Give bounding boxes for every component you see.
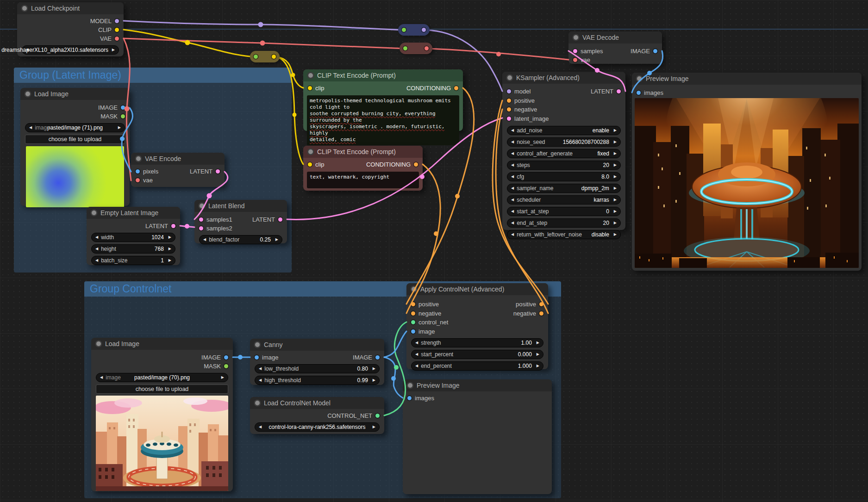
output-slot-latent[interactable] xyxy=(171,224,175,228)
output-slot-negative[interactable] xyxy=(539,311,543,316)
decrement-arrow[interactable]: ◀ xyxy=(415,364,418,368)
input-slot-vae[interactable] xyxy=(136,178,140,182)
increment-arrow[interactable]: ▶ xyxy=(614,163,617,167)
node-load-checkpoint[interactable]: Load Checkpoint MODEL CLIP VAE ◀ dreamsh… xyxy=(17,2,124,56)
output-slot-latent[interactable] xyxy=(278,217,282,222)
input-slot-image[interactable] xyxy=(255,355,259,359)
increment-arrow[interactable]: ▶ xyxy=(614,221,617,225)
node-titlebar[interactable]: Load ControlNet Model xyxy=(250,397,384,409)
increment-arrow[interactable]: ▶ xyxy=(537,364,539,368)
input-slot-samples1[interactable] xyxy=(199,217,203,222)
scheduler-widget[interactable]: ◀schedulerkarras▶ xyxy=(507,195,621,205)
node-load-image-controlnet[interactable]: Load Image IMAGE MASK ◀ image pasted/ima… xyxy=(91,338,233,491)
input-slot-clip[interactable] xyxy=(308,86,312,90)
collapse-icon[interactable] xyxy=(574,35,578,40)
prompt-textarea[interactable]: text, watermark, copyright xyxy=(307,172,419,188)
input-slot-model[interactable] xyxy=(507,89,511,93)
node-titlebar[interactable]: Load Image xyxy=(20,88,130,100)
collapse-icon[interactable] xyxy=(507,75,512,80)
noise-seed-widget[interactable]: ◀noise_seed156680208700288▶ xyxy=(507,137,621,147)
start-at-step-widget[interactable]: ◀start_at_step0▶ xyxy=(507,207,621,216)
start-percent-widget[interactable]: ◀ start_percent 0.000 ▶ xyxy=(411,350,543,359)
collapse-icon[interactable] xyxy=(25,92,30,96)
choose-file-button[interactable]: choose file to upload xyxy=(25,135,125,144)
output-slot-mask[interactable] xyxy=(224,364,228,368)
node-vae-encode[interactable]: VAE Encode pixels LATENT vae xyxy=(131,153,225,187)
combo-right-arrow[interactable]: ▶ xyxy=(112,48,115,52)
input-slot-clip[interactable] xyxy=(308,162,312,167)
input-slot-samples2[interactable] xyxy=(199,226,203,230)
node-titlebar[interactable]: KSampler (Advanced) xyxy=(502,72,625,84)
combo-left-arrow[interactable]: ◀ xyxy=(259,425,262,429)
decrement-arrow[interactable]: ◀ xyxy=(95,259,98,262)
input-slot-positive[interactable] xyxy=(411,302,415,306)
output-slot-image[interactable] xyxy=(375,355,380,359)
combo-right-arrow[interactable]: ▶ xyxy=(221,376,224,379)
increment-arrow[interactable]: ▶ xyxy=(614,152,617,155)
choose-file-button[interactable]: choose file to upload xyxy=(96,384,228,394)
decrement-arrow[interactable]: ◀ xyxy=(95,247,98,251)
input-slot-vae[interactable] xyxy=(573,58,577,62)
output-slot-conditioning[interactable] xyxy=(454,86,458,90)
output-slot-image[interactable] xyxy=(224,355,228,359)
increment-arrow[interactable]: ▶ xyxy=(169,259,171,262)
decrement-arrow[interactable]: ◀ xyxy=(415,353,418,356)
combo-right-arrow[interactable]: ▶ xyxy=(118,126,121,130)
increment-arrow[interactable]: ▶ xyxy=(614,210,617,213)
control-after-generate-widget[interactable]: ◀control_after_generatefixed▶ xyxy=(507,149,621,158)
decrement-arrow[interactable]: ◀ xyxy=(511,198,514,202)
input-slot-samples[interactable] xyxy=(573,49,577,53)
output-slot-clip[interactable] xyxy=(115,28,119,32)
decrement-arrow[interactable]: ◀ xyxy=(95,236,98,239)
node-clip-text-encode-positive[interactable]: CLIP Text Encode (Prompt) clip CONDITION… xyxy=(303,69,463,131)
combo-left-arrow[interactable]: ◀ xyxy=(26,48,29,52)
collapse-icon[interactable] xyxy=(96,341,101,346)
input-slot-control-net[interactable] xyxy=(411,320,415,324)
combo-right-arrow[interactable]: ▶ xyxy=(373,425,375,429)
output-slot-control-net[interactable] xyxy=(375,414,380,418)
blend-factor-widget[interactable]: ◀ blend_factor 0.25 ▶ xyxy=(199,235,282,244)
collapse-icon[interactable] xyxy=(255,401,260,405)
group-latent-image-header[interactable]: Group (Latent Image) xyxy=(14,68,292,83)
collapse-icon[interactable] xyxy=(412,287,416,291)
width-widget[interactable]: ◀ width 1024 ▶ xyxy=(91,233,175,242)
batch-size-widget[interactable]: ◀ batch_size 1 ▶ xyxy=(91,256,175,265)
collapse-icon[interactable] xyxy=(200,204,204,208)
decrement-arrow[interactable]: ◀ xyxy=(511,175,514,179)
output-slot-image[interactable] xyxy=(121,105,125,110)
node-preview-image-top[interactable]: Preview Image images xyxy=(632,73,862,271)
increment-arrow[interactable]: ▶ xyxy=(614,175,617,179)
height-widget[interactable]: ◀ height 768 ▶ xyxy=(91,244,175,254)
reroute-node-model[interactable] xyxy=(398,24,430,36)
node-titlebar[interactable]: Empty Latent Image xyxy=(87,207,180,219)
node-load-controlnet-model[interactable]: Load ControlNet Model CONTROL_NET ◀ cont… xyxy=(250,397,384,434)
low-threshold-widget[interactable]: ◀ low_threshold 0.80 ▶ xyxy=(255,364,380,373)
reroute-input-slot[interactable] xyxy=(254,55,258,59)
node-ksampler-advanced[interactable]: KSampler (Advanced) model LATENT positiv… xyxy=(502,72,625,230)
decrement-arrow[interactable]: ◀ xyxy=(415,341,418,345)
output-slot-latent[interactable] xyxy=(617,89,621,93)
input-slot-pixels[interactable] xyxy=(136,169,140,174)
end-at-step-widget[interactable]: ◀end_at_step20▶ xyxy=(507,218,621,228)
steps-widget[interactable]: ◀steps20▶ xyxy=(507,161,621,170)
increment-arrow[interactable]: ▶ xyxy=(614,129,617,132)
node-apply-controlnet-advanced[interactable]: Apply ControlNet (Advanced) positive pos… xyxy=(406,283,548,369)
reroute-input-slot[interactable] xyxy=(403,46,407,50)
decrement-arrow[interactable]: ◀ xyxy=(511,221,514,225)
input-slot-positive[interactable] xyxy=(507,99,511,103)
node-titlebar[interactable]: Preview Image xyxy=(403,379,552,391)
decrement-arrow[interactable]: ◀ xyxy=(511,140,514,144)
collapse-icon[interactable] xyxy=(408,383,412,388)
input-slot-negative[interactable] xyxy=(507,107,511,112)
node-titlebar[interactable]: Latent Blend xyxy=(194,200,287,212)
collapse-icon[interactable] xyxy=(255,342,260,347)
collapse-icon[interactable] xyxy=(22,6,27,11)
node-latent-blend[interactable]: Latent Blend samples1 LATENT samples2 ◀ … xyxy=(194,200,287,243)
reroute-output-slot-model[interactable] xyxy=(422,28,426,32)
sampler-name-widget[interactable]: ◀sampler_namedpmpp_2m▶ xyxy=(507,184,621,193)
increment-arrow[interactable]: ▶ xyxy=(169,236,171,239)
high-threshold-widget[interactable]: ◀ high_threshold 0.99 ▶ xyxy=(255,376,380,385)
reroute-input-slot[interactable] xyxy=(402,28,406,32)
node-titlebar[interactable]: CLIP Text Encode (Prompt) xyxy=(303,69,463,81)
strength-widget[interactable]: ◀ strength 1.00 ▶ xyxy=(411,338,543,347)
